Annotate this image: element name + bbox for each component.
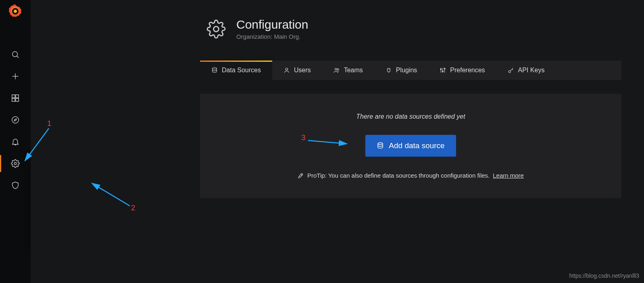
svg-point-24	[286, 68, 288, 70]
svg-point-30	[440, 69, 442, 70]
database-icon	[377, 142, 384, 149]
svg-point-34	[378, 143, 383, 145]
protip-link[interactable]: Learn more	[493, 172, 524, 179]
grafana-logo[interactable]	[7, 3, 23, 19]
main: Configuration Organization: Main Org. Da…	[31, 0, 644, 283]
svg-point-8	[12, 117, 19, 124]
protip: ProTip: You can also define data sources…	[200, 172, 621, 179]
tab-users[interactable]: Users	[272, 61, 322, 80]
svg-point-23	[213, 67, 217, 69]
tab-preferences[interactable]: Preferences	[428, 61, 496, 80]
tab-label: Plugins	[396, 67, 417, 74]
sidebar-explore[interactable]	[0, 109, 31, 131]
tab-api-keys[interactable]: API Keys	[496, 61, 556, 80]
content-panel: There are no data sources defined yet Ad…	[200, 94, 621, 198]
svg-rect-6	[12, 99, 15, 101]
rocket-icon	[298, 172, 304, 179]
tab-label: Teams	[344, 67, 363, 74]
tab-data-sources[interactable]: Data Sources	[200, 61, 272, 80]
tab-teams[interactable]: Teams	[322, 61, 374, 80]
sidebar-admin[interactable]	[0, 174, 31, 196]
page-subtitle: Organization: Main Org.	[236, 33, 308, 40]
svg-point-25	[335, 68, 337, 70]
svg-point-35	[301, 174, 302, 175]
add-data-source-button[interactable]: Add data source	[365, 135, 456, 157]
svg-point-33	[509, 71, 511, 73]
add-button-label: Add data source	[389, 141, 444, 150]
svg-point-10	[14, 162, 17, 165]
empty-message: There are no data sources defined yet	[200, 113, 621, 120]
protip-text: ProTip: You can also define data sources…	[307, 172, 490, 179]
svg-marker-9	[14, 119, 17, 121]
sidebar-dashboards[interactable]	[0, 87, 31, 109]
tab-plugins[interactable]: Plugins	[374, 61, 428, 80]
tab-label: Data Sources	[222, 67, 261, 74]
page-header: Configuration Organization: Main Org.	[206, 18, 308, 40]
svg-point-0	[13, 52, 18, 57]
sidebar-search[interactable]	[0, 44, 31, 65]
page-title-block: Configuration Organization: Main Org.	[236, 18, 308, 40]
tab-label: Users	[294, 67, 311, 74]
tabs: Data Sources Users Teams Plugins Prefere…	[200, 61, 621, 80]
sidebar-alerting[interactable]	[0, 131, 31, 153]
page-title: Configuration	[236, 18, 308, 31]
svg-point-26	[337, 69, 339, 70]
sidebar	[0, 0, 31, 283]
svg-rect-7	[16, 99, 19, 101]
svg-point-22	[214, 26, 219, 31]
svg-rect-4	[12, 95, 15, 98]
watermark: https://blog.csdn.net/ryanlll3	[569, 273, 639, 279]
svg-point-31	[442, 71, 444, 72]
svg-rect-5	[16, 95, 19, 98]
tab-label: Preferences	[450, 67, 485, 74]
tab-label: API Keys	[518, 67, 545, 74]
sidebar-create[interactable]	[0, 65, 31, 87]
svg-line-1	[17, 56, 19, 58]
sidebar-configuration[interactable]	[0, 153, 31, 174]
svg-point-32	[444, 68, 446, 69]
gear-icon	[206, 19, 226, 39]
